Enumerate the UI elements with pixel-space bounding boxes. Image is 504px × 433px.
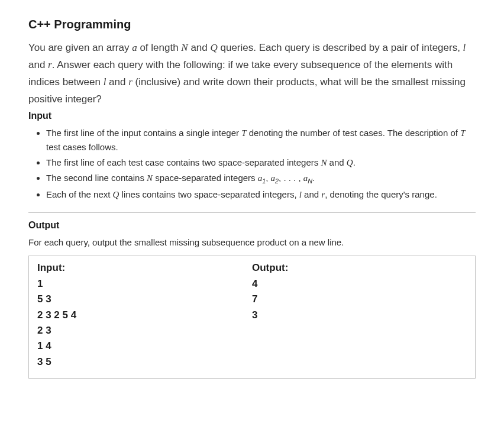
output-heading: Output xyxy=(28,220,476,231)
li-text: Each of the next xyxy=(46,189,113,199)
example-input-label: Input: xyxy=(37,262,252,274)
var-a: a xyxy=(132,42,137,53)
var-q: Q xyxy=(347,158,353,167)
var-n: N xyxy=(321,158,327,167)
li-text: The second line contains xyxy=(46,173,147,183)
page-title: C++ Programming xyxy=(28,18,476,31)
li-text: . xyxy=(312,173,315,183)
var-a: a xyxy=(271,173,276,183)
example-input-col: Input: 1 5 3 2 3 2 5 4 2 3 1 4 3 5 xyxy=(37,262,252,370)
output-description: For each query, output the smallest miss… xyxy=(28,235,476,250)
desc-text: of length xyxy=(137,42,182,53)
problem-description: You are given an array a of length N and… xyxy=(28,40,476,108)
list-item: The second line contains N space-separat… xyxy=(46,171,476,186)
input-heading: Input xyxy=(28,111,476,121)
li-text: The first line of each test case contain… xyxy=(46,157,321,167)
subscript: N xyxy=(308,177,312,185)
var-r: r xyxy=(128,76,133,88)
li-text: , . . . , xyxy=(279,173,303,183)
li-text: , xyxy=(266,173,270,183)
var-t: T xyxy=(241,128,246,138)
var-t: T xyxy=(460,128,465,138)
desc-text: queries. Each query is described by a pa… xyxy=(218,42,463,53)
desc-text: and xyxy=(28,59,48,70)
list-item: The first line of the input contains a s… xyxy=(46,126,476,154)
desc-text: and xyxy=(188,42,211,53)
var-r: r xyxy=(48,59,52,70)
li-text: and xyxy=(302,189,321,199)
example-output-label: Output: xyxy=(252,262,467,274)
var-q: Q xyxy=(113,190,119,199)
var-q: Q xyxy=(210,42,217,53)
li-text: denoting the number of test cases. The d… xyxy=(247,128,461,138)
example-output-lines: 4 7 3 xyxy=(252,276,467,323)
list-item: The first line of each test case contain… xyxy=(46,156,476,170)
li-text: . xyxy=(353,157,356,167)
li-text: space-separated integers xyxy=(153,173,258,183)
desc-text: and xyxy=(106,76,128,88)
section-divider xyxy=(28,212,476,213)
example-container: Input: 1 5 3 2 3 2 5 4 2 3 1 4 3 5 Outpu… xyxy=(28,256,476,379)
example-output-col: Output: 4 7 3 xyxy=(252,262,467,370)
li-text: lines contains two space-separated integ… xyxy=(119,189,299,199)
list-item: Each of the next Q lines contains two sp… xyxy=(46,188,476,202)
li-text: , denoting the query's range. xyxy=(325,189,437,199)
var-n: N xyxy=(147,173,153,183)
desc-text: You are given an array xyxy=(28,42,132,53)
example-input-lines: 1 5 3 2 3 2 5 4 2 3 1 4 3 5 xyxy=(37,276,252,370)
input-spec-list: The first line of the input contains a s… xyxy=(28,126,476,202)
var-n: N xyxy=(181,42,188,53)
li-text: and xyxy=(327,157,346,167)
li-text: The first line of the input contains a s… xyxy=(46,128,241,138)
li-text: test cases follows. xyxy=(46,142,118,152)
var-l: l xyxy=(463,42,466,53)
